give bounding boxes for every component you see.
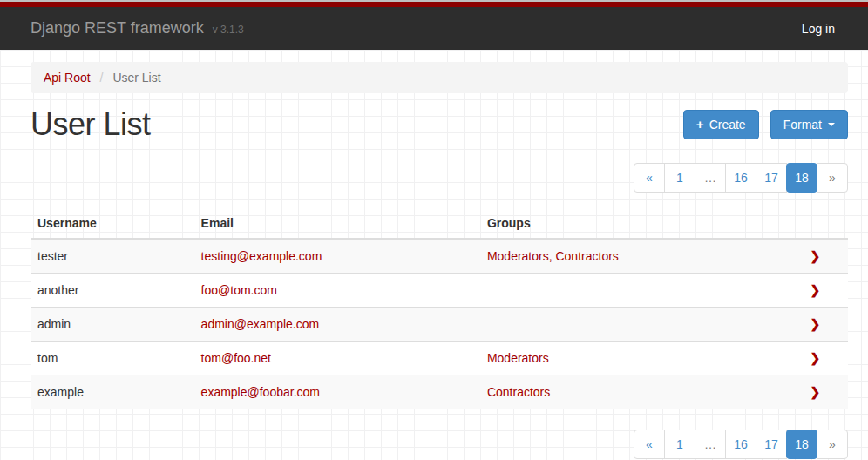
chevron-right-icon[interactable]: ❯ [810, 351, 821, 365]
create-button[interactable]: + Create [683, 110, 759, 139]
column-header-groups: Groups [480, 208, 783, 239]
navbar: Django REST framework v 3.1.3 Log in [0, 7, 868, 50]
column-header-email: Email [194, 208, 480, 239]
create-button-label: Create [709, 116, 746, 133]
pagination-first[interactable]: « [634, 430, 665, 459]
breadcrumb: Api Root / User List [31, 62, 848, 93]
chevron-right-icon[interactable]: ❯ [810, 385, 821, 399]
format-button-label: Format [783, 116, 822, 133]
pagination-top: « 1 … 16 17 18 » [634, 163, 848, 193]
username-cell: tester [31, 239, 194, 274]
pagination-page-16[interactable]: 16 [725, 430, 756, 459]
email-link[interactable]: example@foobar.com [201, 385, 320, 399]
pagination-first[interactable]: « [634, 163, 665, 193]
caret-down-icon [828, 123, 835, 126]
email-link[interactable]: admin@example.com [201, 317, 320, 331]
pagination-bottom: « 1 … 16 17 18 » [634, 430, 848, 459]
pagination-next: » [817, 163, 848, 193]
breadcrumb-current: User List [112, 71, 160, 85]
pagination-page-17[interactable]: 17 [756, 430, 787, 459]
pagination-page-18-active[interactable]: 18 [786, 430, 817, 459]
top-accent-bar [0, 0, 868, 7]
username-cell: admin [31, 307, 194, 341]
table-row: admin admin@example.com ❯ [31, 307, 848, 341]
login-link[interactable]: Log in [802, 22, 835, 36]
page-header: User List + Create Format [31, 100, 848, 149]
breadcrumb-api-root-link[interactable]: Api Root [44, 71, 91, 85]
column-header-username: Username [31, 208, 194, 239]
username-cell: example [31, 375, 194, 409]
pagination-page-18-active[interactable]: 18 [786, 163, 817, 193]
page-title: User List [31, 107, 151, 142]
groups-link[interactable]: Moderators, Contractors [487, 249, 619, 263]
user-table-header: Username Email Groups [31, 208, 848, 239]
pagination-page-1[interactable]: 1 [664, 430, 695, 459]
version-label: v 3.1.3 [213, 24, 244, 36]
plus-icon: + [696, 116, 704, 133]
username-cell: another [31, 273, 194, 307]
brand-title: Django REST framework [31, 19, 204, 37]
bottom-pagination-row: « 1 … 16 17 18 » [31, 430, 848, 459]
pagination-page-16[interactable]: 16 [725, 163, 756, 193]
table-row: tester testing@example.com Moderators, C… [31, 239, 848, 274]
brand-link[interactable]: Django REST framework v 3.1.3 [31, 19, 244, 37]
chevron-right-icon[interactable]: ❯ [810, 283, 821, 297]
main-container: Api Root / User List User List + Create … [31, 62, 848, 459]
email-link[interactable]: foo@tom.com [201, 283, 277, 297]
groups-link[interactable]: Contractors [487, 385, 550, 399]
table-row: example example@foobar.com Contractors ❯ [31, 375, 848, 409]
pagination-ellipsis: … [695, 163, 726, 193]
email-link[interactable]: testing@example.com [201, 249, 322, 263]
column-header-detail [783, 208, 848, 239]
top-pagination-row: « 1 … 16 17 18 » [31, 163, 848, 193]
table-row: tom tom@foo.net Moderators ❯ [31, 341, 848, 375]
action-buttons: + Create Format [683, 110, 848, 139]
table-row: another foo@tom.com ❯ [31, 273, 848, 307]
groups-link[interactable]: Moderators [487, 351, 549, 365]
pagination-next: » [817, 430, 848, 459]
pagination-ellipsis: … [695, 430, 726, 459]
chevron-right-icon[interactable]: ❯ [810, 317, 821, 331]
user-table: Username Email Groups tester testing@exa… [31, 208, 848, 409]
email-link[interactable]: tom@foo.net [201, 351, 271, 365]
pagination-page-17[interactable]: 17 [756, 163, 787, 193]
format-dropdown-button[interactable]: Format [770, 110, 848, 139]
username-cell: tom [31, 341, 194, 375]
chevron-right-icon[interactable]: ❯ [810, 249, 821, 263]
pagination-page-1[interactable]: 1 [664, 163, 695, 193]
breadcrumb-separator: / [94, 71, 110, 85]
